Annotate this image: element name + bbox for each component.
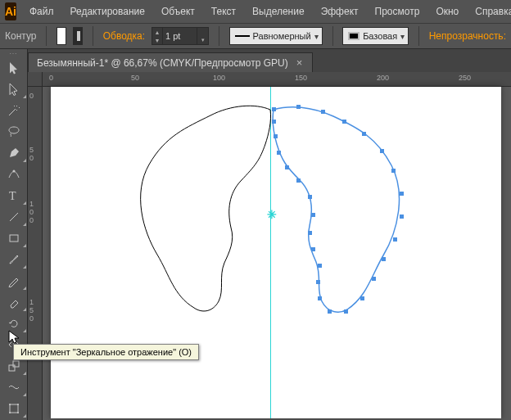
lasso-tool[interactable] [0, 121, 28, 142]
divider [418, 26, 419, 46]
svg-rect-23 [360, 296, 364, 300]
fill-swatch[interactable] [57, 27, 66, 45]
menu-object[interactable]: Объект [155, 2, 201, 20]
svg-rect-5 [13, 361, 19, 367]
stepper-arrows-icon[interactable]: ▲▼ [151, 27, 163, 45]
svg-rect-4 [9, 365, 15, 371]
ruler-tick: 250 [459, 74, 471, 82]
menu-edit[interactable]: Редактирование [64, 2, 151, 20]
svg-rect-3 [10, 235, 18, 242]
svg-rect-21 [382, 257, 386, 261]
selection-tool[interactable] [0, 57, 28, 79]
svg-point-8 [17, 404, 19, 405]
svg-rect-36 [274, 134, 278, 138]
anchor-points[interactable] [272, 105, 404, 314]
svg-rect-30 [308, 231, 312, 235]
menu-select[interactable]: Выделение [246, 2, 311, 20]
artwork [51, 87, 501, 418]
stroke-swatch[interactable] [73, 27, 83, 45]
svg-point-7 [9, 404, 11, 405]
line-tool[interactable] [0, 206, 28, 228]
svg-rect-17 [391, 169, 396, 173]
panel-grabber-icon[interactable]: ⋯ [0, 49, 27, 57]
stroke-cap-value: Равномерный [253, 31, 311, 41]
chevron-down-icon: ▾ [314, 32, 319, 41]
opacity-label[interactable]: Непрозрачность: [429, 30, 506, 42]
svg-text:T: T [9, 190, 16, 202]
menu-view[interactable]: Просмотр [369, 2, 427, 20]
ruler-tick: 100 [213, 74, 225, 82]
svg-rect-14 [342, 120, 346, 124]
pen-tool[interactable] [0, 142, 28, 164]
eraser-tool[interactable] [0, 291, 28, 313]
ruler-tick: 0 [49, 74, 53, 82]
ruler-tick: 50 [29, 146, 41, 162]
magic-wand-tool[interactable] [0, 100, 28, 121]
path-right-selected[interactable] [273, 107, 399, 312]
ruler-origin[interactable] [28, 72, 43, 87]
ruler-tick: 100 [29, 200, 41, 224]
rectangle-tool[interactable] [0, 228, 28, 249]
svg-rect-33 [296, 178, 301, 183]
work-area: 0 50 100 150 200 250 0 50 100 150 ✳ [28, 72, 511, 420]
path-left[interactable] [141, 106, 271, 311]
divider [46, 26, 47, 46]
line-icon [235, 35, 250, 37]
menu-window[interactable]: Окно [429, 2, 465, 20]
svg-rect-29 [311, 247, 315, 251]
selection-type-label: Контур [5, 30, 36, 42]
menu-bar: Ai Файл Редактирование Объект Текст Выде… [0, 0, 511, 23]
svg-rect-34 [285, 165, 289, 169]
stroke-label[interactable]: Обводка: [103, 30, 145, 42]
svg-rect-6 [10, 404, 18, 413]
document-tab-strip: Безымянный-1* @ 66,67% (CMYK/Предпросмот… [28, 49, 511, 72]
menu-effect[interactable]: Эффект [314, 2, 365, 20]
ruler-tick: 200 [377, 74, 389, 82]
svg-rect-19 [400, 215, 404, 219]
free-transform-tool[interactable] [0, 398, 28, 419]
stroke-profile-dropdown[interactable]: Базовая ▾ [342, 27, 409, 45]
svg-rect-12 [296, 105, 301, 109]
svg-rect-11 [272, 107, 276, 111]
chevron-down-icon: ▾ [400, 32, 405, 41]
ruler-tick: 0 [29, 92, 41, 100]
type-tool[interactable]: T [0, 185, 28, 206]
stroke-weight-stepper[interactable]: ▲▼ ▾ [151, 27, 209, 45]
svg-rect-25 [328, 309, 332, 314]
control-bar: Контур Обводка: ▲▼ ▾ Равномерный ▾ Базов… [0, 23, 511, 49]
menu-file[interactable]: Файл [23, 2, 61, 20]
stroke-profile-value: Базовая [363, 31, 397, 41]
menu-help[interactable]: Справка [468, 2, 511, 20]
document-title: Безымянный-1* @ 66,67% (CMYK/Предпросмот… [37, 57, 288, 69]
svg-rect-15 [362, 132, 366, 136]
close-icon[interactable]: × [295, 56, 305, 69]
ruler-vertical[interactable]: 0 50 100 150 [28, 87, 43, 420]
menu-type[interactable]: Текст [205, 2, 242, 20]
svg-rect-26 [318, 296, 322, 300]
stroke-weight-input[interactable] [163, 27, 197, 45]
stroke-cap-dropdown[interactable]: Равномерный ▾ [229, 27, 323, 45]
profile-icon [348, 32, 360, 40]
svg-rect-31 [311, 213, 315, 217]
svg-rect-18 [400, 192, 404, 196]
artboard[interactable]: ✳ [51, 87, 501, 418]
width-tool[interactable] [0, 377, 28, 398]
pencil-tool[interactable] [0, 270, 28, 291]
toolbox: ⋯ T [0, 49, 28, 420]
chevron-down-icon[interactable]: ▾ [197, 27, 209, 45]
svg-rect-32 [308, 195, 312, 199]
mouse-cursor-icon [8, 330, 21, 348]
divider [332, 26, 333, 46]
document-tab[interactable]: Безымянный-1* @ 66,67% (CMYK/Предпросмот… [28, 52, 313, 72]
svg-point-9 [9, 412, 11, 413]
svg-rect-24 [344, 309, 348, 314]
ruler-horizontal[interactable]: 0 50 100 150 200 250 [43, 72, 511, 87]
svg-rect-22 [372, 277, 376, 281]
svg-rect-13 [321, 110, 325, 114]
divider [219, 26, 219, 46]
svg-rect-27 [316, 280, 320, 284]
curvature-tool[interactable] [0, 164, 28, 185]
paintbrush-tool[interactable] [0, 249, 28, 270]
direct-selection-tool[interactable] [0, 79, 28, 100]
svg-rect-20 [393, 237, 397, 242]
